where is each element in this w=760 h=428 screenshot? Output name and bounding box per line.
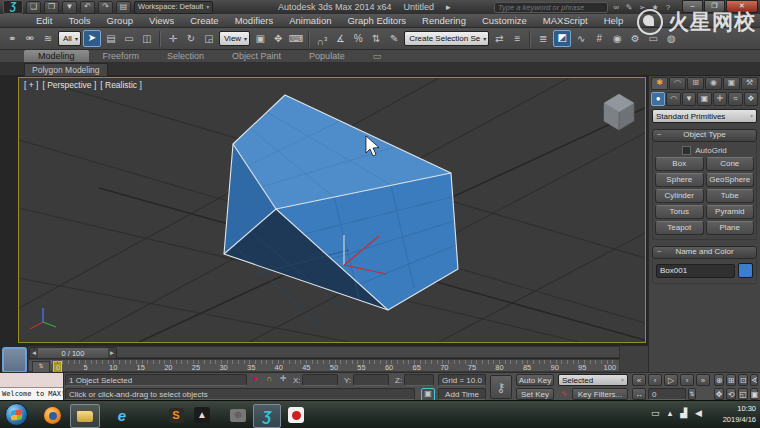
- select-and-manipulate-icon[interactable]: ✥: [270, 31, 286, 47]
- taskbar-internet-explorer[interactable]: e: [110, 404, 134, 426]
- menu-item[interactable]: Group: [99, 15, 141, 26]
- add-time-tag[interactable]: Add Time Tag: [438, 388, 486, 400]
- x-coordinate-field[interactable]: [302, 374, 338, 386]
- taskbar-firefox[interactable]: [40, 404, 64, 426]
- set-keys-key-button[interactable]: ⚷: [490, 375, 512, 399]
- help-icon[interactable]: ?: [663, 3, 673, 12]
- next-frame-button[interactable]: ›: [680, 374, 694, 386]
- menu-item[interactable]: Rendering: [414, 15, 474, 26]
- object-type-tube[interactable]: Tube: [706, 189, 755, 203]
- lock-selection-icon[interactable]: ∩: [263, 374, 275, 385]
- tray-app-icon[interactable]: ▭: [651, 408, 660, 418]
- maximize-viewport-icon[interactable]: ▣: [750, 388, 758, 400]
- y-coordinate-field[interactable]: [353, 374, 389, 386]
- viewport-shading-label[interactable]: [ Realistic ]: [100, 80, 142, 90]
- zoom-region-icon[interactable]: ◱: [738, 388, 748, 400]
- category-shapes-icon[interactable]: ◠: [666, 92, 680, 106]
- select-and-link-icon[interactable]: ⚭: [4, 31, 20, 47]
- taskbar-sublime[interactable]: S: [164, 404, 188, 426]
- object-type-pyramid[interactable]: Pyramid: [706, 205, 755, 219]
- open-file-icon[interactable]: ❒: [44, 1, 59, 14]
- rectangular-selection-region-icon[interactable]: ▭: [121, 31, 137, 47]
- taskbar-unity[interactable]: ▲: [190, 404, 214, 426]
- go-to-end-button[interactable]: »: [696, 374, 710, 386]
- taskbar-explorer[interactable]: [70, 404, 100, 428]
- select-and-rotate-icon[interactable]: ↻: [183, 31, 199, 47]
- edit-named-selection-sets-icon[interactable]: ✎: [386, 31, 402, 47]
- selection-lock-pin-icon[interactable]: ●: [249, 374, 261, 385]
- save-file-icon[interactable]: ▼: [62, 1, 77, 14]
- default-in-out-tangent-icon[interactable]: ∿: [558, 389, 570, 400]
- previous-frame-button[interactable]: ‹: [648, 374, 662, 386]
- orbit-icon[interactable]: ⟲: [726, 388, 736, 400]
- angle-snap-icon[interactable]: ∡: [332, 31, 348, 47]
- align-icon[interactable]: ≡: [509, 31, 525, 47]
- unlink-selection-icon[interactable]: ⚮: [22, 31, 38, 47]
- object-type-cylinder[interactable]: Cylinder: [655, 189, 704, 203]
- window-crossing-icon[interactable]: ◫: [139, 31, 155, 47]
- select-and-scale-icon[interactable]: ◲: [201, 31, 217, 47]
- restore-button[interactable]: ❐: [704, 0, 725, 13]
- taskbar-capture-app[interactable]: ◎: [226, 404, 250, 426]
- zoom-all-icon[interactable]: ⊞: [726, 374, 736, 386]
- tab-motion-icon[interactable]: ◉: [705, 77, 722, 90]
- mirror-icon[interactable]: ⇄: [491, 31, 507, 47]
- selection-filter-dropdown[interactable]: All ▾: [58, 31, 81, 46]
- menu-item[interactable]: Customize: [474, 15, 535, 26]
- z-coordinate-field[interactable]: [404, 374, 434, 386]
- menu-item[interactable]: Graph Editors: [339, 15, 414, 26]
- object-type-box[interactable]: Box: [655, 157, 704, 171]
- previous-frame-arrow[interactable]: ◄: [30, 348, 38, 358]
- menu-item[interactable]: Help: [596, 15, 632, 26]
- tab-create-icon[interactable]: ✱: [651, 77, 668, 90]
- new-file-icon[interactable]: ❏: [26, 1, 41, 14]
- graphite-modeling-toolbar-icon[interactable]: ◩: [553, 30, 571, 47]
- viewport-view-label[interactable]: [ Perspective ]: [42, 80, 96, 90]
- start-button[interactable]: [5, 403, 28, 426]
- curve-editor-icon[interactable]: ∿: [573, 31, 589, 47]
- tab-modeling[interactable]: Modeling: [24, 50, 89, 62]
- app-menu-button[interactable]: Ʒ: [3, 0, 23, 14]
- render-production-icon[interactable]: ◍: [663, 31, 679, 47]
- subscription-icon[interactable]: ✎: [624, 3, 634, 12]
- reference-coordinate-dropdown[interactable]: View ▾: [219, 31, 250, 46]
- track-bar[interactable]: ⇅ 05101520253035404550556065707580859095…: [28, 359, 620, 372]
- menu-item[interactable]: Animation: [281, 15, 339, 26]
- use-pivot-center-icon[interactable]: ▣: [252, 31, 268, 47]
- zoom-extents-icon[interactable]: ⊡: [738, 374, 748, 386]
- spinner-snap-icon[interactable]: ⇅: [368, 31, 384, 47]
- volume-icon[interactable]: ◀: [695, 408, 702, 418]
- tab-utilities-icon[interactable]: ⚒: [741, 77, 758, 90]
- key-mode-toggle[interactable]: ↔: [632, 388, 646, 400]
- menu-item[interactable]: Views: [141, 15, 182, 26]
- search-input[interactable]: [494, 2, 608, 13]
- tab-freeform[interactable]: Freeform: [89, 50, 154, 62]
- object-type-plane[interactable]: Plane: [706, 221, 755, 235]
- menu-item[interactable]: Modifiers: [227, 15, 282, 26]
- polygon-modeling-panel[interactable]: Polygon Modeling: [24, 63, 108, 76]
- field-of-view-icon[interactable]: ∢: [750, 374, 758, 386]
- menu-item[interactable]: MAXScript: [535, 15, 596, 26]
- tab-selection[interactable]: Selection: [153, 50, 218, 62]
- named-selection-set-dropdown[interactable]: Create Selection Se ▾: [404, 31, 489, 46]
- zoom-viewport-icon[interactable]: ⊕: [714, 374, 724, 386]
- object-type-sphere[interactable]: Sphere: [655, 173, 704, 187]
- category-cameras-icon[interactable]: ▣: [697, 92, 711, 106]
- key-filters-button[interactable]: Key Filters...: [572, 388, 628, 400]
- redo-icon[interactable]: ↷: [98, 1, 113, 14]
- geometry-category-dropdown[interactable]: Standard Primitives ▾: [652, 109, 757, 123]
- schematic-view-icon[interactable]: #: [591, 31, 607, 47]
- category-lights-icon[interactable]: ▼: [682, 92, 696, 106]
- taskbar-3dsmax-active[interactable]: Ʒ: [253, 404, 281, 428]
- tab-populate[interactable]: Populate: [295, 50, 359, 62]
- ribbon-display-icon[interactable]: ▭: [359, 50, 396, 62]
- box001-object[interactable]: [224, 95, 458, 325]
- category-space-warps-icon[interactable]: ≈: [728, 92, 742, 106]
- time-slider-track[interactable]: ◄ 0 / 100 ►: [28, 346, 620, 358]
- tab-display-icon[interactable]: ▣: [723, 77, 740, 90]
- category-systems-icon[interactable]: ❖: [744, 92, 758, 106]
- menu-item[interactable]: Edit: [28, 15, 60, 26]
- absolute-offset-toggle-icon[interactable]: ✛: [277, 374, 289, 385]
- object-color-swatch[interactable]: [738, 263, 753, 278]
- snap-toggle-3d-icon[interactable]: ∩3: [314, 31, 330, 47]
